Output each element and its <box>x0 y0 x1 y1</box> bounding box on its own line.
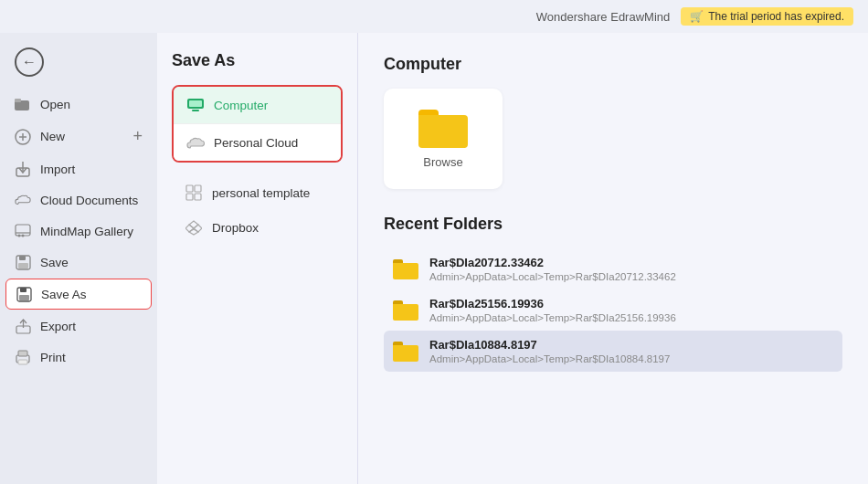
import-icon <box>15 161 31 177</box>
saveas-personal-template-label: personal template <box>212 186 310 200</box>
saveas-computer-label: Computer <box>214 99 268 112</box>
computer-section-title: Computer <box>384 55 842 74</box>
sidebar-mindmap-label: MindMap Gallery <box>40 225 133 238</box>
browse-folder-icon <box>418 110 468 148</box>
saveas-personal-cloud[interactable]: Personal Cloud <box>174 123 341 161</box>
svg-rect-23 <box>192 110 199 111</box>
personal-cloud-icon <box>186 133 205 152</box>
recent-folder-text-0: Rar$DIa20712.33462 Admin>AppData>Local>T… <box>429 256 676 282</box>
export-icon <box>15 318 31 334</box>
computer-icon <box>186 96 205 114</box>
svg-rect-1 <box>15 99 21 102</box>
svg-point-9 <box>18 235 21 237</box>
sidebar-new-label: New <box>40 130 65 143</box>
sidebar-item-save[interactable]: Save <box>0 247 157 277</box>
svg-marker-31 <box>194 225 202 232</box>
recent-folder-text-2: Rar$DIa10884.8197 Admin>AppData>Local>Te… <box>429 338 670 364</box>
svg-rect-27 <box>186 194 193 200</box>
sidebar-item-open[interactable]: Open <box>0 89 157 119</box>
trial-text: The trial period has expired. <box>708 10 844 23</box>
svg-rect-12 <box>19 256 26 260</box>
saveas-title: Save As <box>172 51 343 70</box>
saveas-personal-template[interactable]: personal template <box>172 175 343 210</box>
svg-rect-28 <box>195 194 201 200</box>
save-as-icon <box>16 286 32 302</box>
middle-panel: Save As Computer Per <box>157 33 358 484</box>
recent-folder-icon-1 <box>393 300 418 321</box>
sidebar-export-label: Export <box>40 320 76 333</box>
svg-rect-21 <box>18 360 27 364</box>
personal-template-icon <box>185 184 203 202</box>
svg-rect-20 <box>18 351 27 356</box>
sidebar-item-import[interactable]: Import <box>0 154 157 184</box>
svg-rect-24 <box>189 100 202 107</box>
saveas-list: Computer Personal Cloud <box>172 85 343 163</box>
sidebar-save-label: Save <box>40 256 69 269</box>
sidebar: ← Open New + Import Cloud Document <box>0 33 157 484</box>
recent-folder-icon-2 <box>393 342 418 362</box>
sidebar-print-label: Print <box>40 351 66 364</box>
recent-folder-path-1: Admin>AppData>Local>Temp>Rar$DIa25156.19… <box>429 312 676 323</box>
recent-folder-0[interactable]: Rar$DIa20712.33462 Admin>AppData>Local>T… <box>384 248 842 289</box>
sidebar-save-as-label: Save As <box>41 288 87 301</box>
browse-card[interactable]: Browse <box>384 89 503 189</box>
svg-point-10 <box>22 235 25 237</box>
saveas-dropbox-label: Dropbox <box>212 221 259 235</box>
app-name: Wondershare EdrawMind <box>536 10 670 24</box>
recent-folder-icon-0 <box>393 259 418 279</box>
recent-folder-1[interactable]: Rar$DIa25156.19936 Admin>AppData>Local>T… <box>384 289 842 331</box>
recent-folder-name-2: Rar$DIa10884.8197 <box>429 338 670 352</box>
svg-rect-7 <box>16 225 30 236</box>
svg-rect-13 <box>18 263 28 268</box>
recent-folder-path-2: Admin>AppData>Local>Temp>Rar$DIa10884.81… <box>429 353 670 364</box>
main-layout: ← Open New + Import Cloud Document <box>0 33 868 484</box>
svg-rect-26 <box>195 185 201 192</box>
save-icon <box>15 254 31 270</box>
open-icon <box>15 96 31 112</box>
saveas-personal-cloud-label: Personal Cloud <box>214 136 298 150</box>
sidebar-item-mindmap-gallery[interactable]: MindMap Gallery <box>0 216 157 246</box>
new-icon <box>15 129 31 145</box>
new-plus-icon: + <box>132 127 143 146</box>
sidebar-item-print[interactable]: Print <box>0 342 157 372</box>
cloud-docs-icon <box>15 192 31 208</box>
sidebar-import-label: Import <box>40 163 75 176</box>
dropbox-icon <box>185 218 203 237</box>
print-icon <box>15 349 31 365</box>
sidebar-cloud-docs-label: Cloud Documents <box>40 194 138 207</box>
saveas-computer[interactable]: Computer <box>174 87 341 123</box>
recent-folder-name-1: Rar$DIa25156.19936 <box>429 297 676 310</box>
topbar: Wondershare EdrawMind 🛒 The trial period… <box>0 0 868 33</box>
back-circle-icon[interactable]: ← <box>15 47 44 77</box>
recent-folders-title: Recent Folders <box>384 215 842 234</box>
mindmap-icon <box>15 223 31 239</box>
sidebar-item-new[interactable]: New + <box>0 121 157 153</box>
svg-marker-29 <box>189 221 198 228</box>
recent-folder-name-0: Rar$DIa20712.33462 <box>429 256 676 269</box>
svg-rect-25 <box>186 185 193 192</box>
sidebar-open-label: Open <box>40 98 70 111</box>
recent-folder-path-0: Admin>AppData>Local>Temp>Rar$DIa20712.33… <box>429 271 676 282</box>
sidebar-item-save-as[interactable]: Save As <box>5 279 152 310</box>
back-button[interactable]: ← <box>0 42 157 82</box>
sidebar-item-cloud-documents[interactable]: Cloud Documents <box>0 185 157 215</box>
cart-icon: 🛒 <box>690 10 704 23</box>
browse-label: Browse <box>423 155 462 169</box>
recent-folder-2[interactable]: Rar$DIa10884.8197 Admin>AppData>Local>Te… <box>384 331 842 372</box>
trial-banner[interactable]: 🛒 The trial period has expired. <box>681 7 853 26</box>
svg-rect-16 <box>19 295 29 300</box>
recent-folder-text-1: Rar$DIa25156.19936 Admin>AppData>Local>T… <box>429 297 676 323</box>
saveas-dropbox[interactable]: Dropbox <box>172 210 343 245</box>
svg-rect-15 <box>20 288 26 292</box>
svg-marker-30 <box>185 225 194 232</box>
svg-marker-32 <box>189 229 198 235</box>
sidebar-item-export[interactable]: Export <box>0 311 157 341</box>
content-panel: Computer Browse Recent Folders Rar$DIa20… <box>358 33 868 484</box>
